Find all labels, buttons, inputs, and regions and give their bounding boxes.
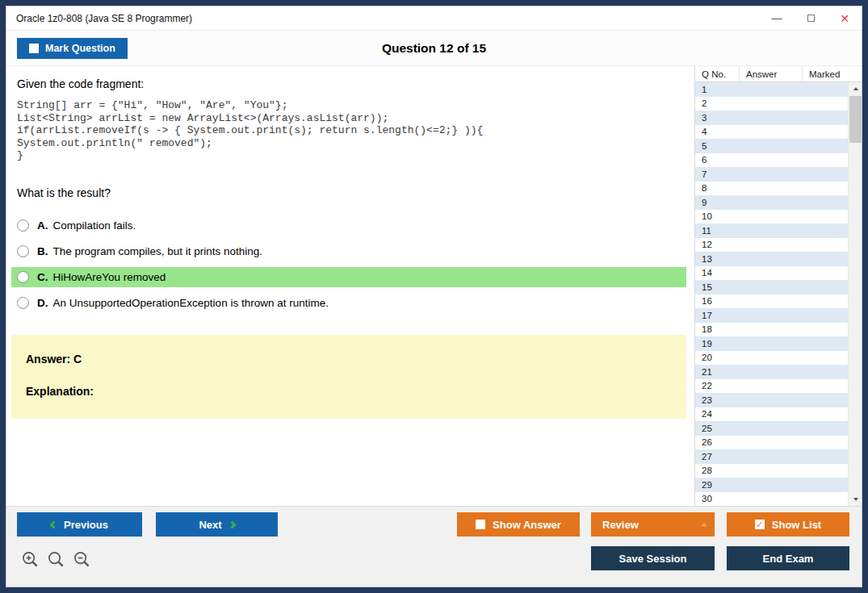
zoom-in-icon[interactable] <box>21 550 40 569</box>
mark-question-label: Mark Question <box>45 43 115 54</box>
question-list-row[interactable]: 13 <box>695 252 848 266</box>
titlebar: Oracle 1z0-808 (Java SE 8 Programmer) — … <box>6 6 862 31</box>
zoom-reset-icon[interactable] <box>47 550 65 569</box>
radio-icon[interactable] <box>17 271 29 283</box>
column-qno: Q No. <box>695 66 740 81</box>
checkbox-checked-icon: ✓ <box>755 520 765 529</box>
question-list-row[interactable]: 25 <box>695 421 848 436</box>
question-list-row[interactable]: 19 <box>695 336 848 351</box>
scrollbar[interactable] <box>848 82 862 506</box>
question-list-row[interactable]: 23 <box>695 393 848 407</box>
question-list-row[interactable]: 17 <box>695 308 848 323</box>
scroll-up-icon[interactable] <box>849 82 862 95</box>
question-text: What is the result? <box>17 186 686 199</box>
question-list-row[interactable]: 4 <box>695 125 848 140</box>
question-list-row[interactable]: 26 <box>695 436 848 450</box>
explanation-label: Explanation: <box>26 385 672 398</box>
toolbar: Question 12 of 15 Mark Question <box>6 31 862 66</box>
answer-option-b[interactable]: B.The program compiles, but it prints no… <box>11 241 686 261</box>
save-session-button[interactable]: Save Session <box>591 546 715 570</box>
radio-icon[interactable] <box>17 219 29 232</box>
question-list-row[interactable]: 29 <box>695 478 848 492</box>
question-counter: Question 12 of 15 <box>6 41 862 56</box>
question-list-row[interactable]: 11 <box>695 223 848 238</box>
question-list-viewport: 1234567891011121314151617181920212223242… <box>695 82 862 506</box>
question-list-row[interactable]: 6 <box>695 153 848 168</box>
question-list-row[interactable]: 20 <box>695 351 848 365</box>
question-list-row[interactable]: 27 <box>695 449 848 464</box>
answer-option-a[interactable]: A.Compilation fails. <box>11 215 686 236</box>
question-panel: Given the code fragment: String[] arr = … <box>6 66 694 506</box>
review-caret-icon <box>701 523 707 527</box>
question-list-rows: 1234567891011121314151617181920212223242… <box>695 82 848 506</box>
window-controls: — ✕ <box>760 6 862 30</box>
checkbox-icon <box>476 520 485 529</box>
end-exam-label: End Exam <box>763 553 814 565</box>
maximize-icon <box>807 15 815 22</box>
previous-label: Previous <box>64 519 108 531</box>
maximize-button[interactable] <box>794 6 828 30</box>
radio-icon[interactable] <box>17 297 29 309</box>
question-list-row[interactable]: 7 <box>695 167 848 182</box>
show-list-label: Show List <box>772 519 821 531</box>
close-button[interactable]: ✕ <box>828 6 862 30</box>
code-block: String[] arr = {"Hi", "How", "Are", "You… <box>17 99 686 162</box>
question-list-row[interactable]: 12 <box>695 238 848 253</box>
next-label: Next <box>199 519 221 531</box>
zoom-tools <box>21 550 91 569</box>
question-list-row[interactable]: 3 <box>695 111 848 125</box>
question-list-row[interactable]: 2 <box>695 97 848 111</box>
question-list-row[interactable]: 8 <box>695 182 848 196</box>
question-list-row[interactable]: 15 <box>695 280 848 294</box>
question-list-row[interactable]: 18 <box>695 323 848 337</box>
show-answer-label: Show Answer <box>493 519 561 531</box>
question-prompt: Given the code fragment: <box>17 77 686 90</box>
window-title: Oracle 1z0-808 (Java SE 8 Programmer) <box>16 13 192 24</box>
question-list-header: Q No. Answer Marked <box>695 66 862 82</box>
chevron-left-icon <box>50 520 58 528</box>
app-frame: Oracle 1z0-808 (Java SE 8 Programmer) — … <box>0 0 868 593</box>
previous-button[interactable]: Previous <box>17 512 142 537</box>
options-list: A.Compilation fails.B.The program compil… <box>11 215 686 313</box>
review-label: Review <box>602 519 639 531</box>
question-list-row[interactable]: 30 <box>695 492 848 507</box>
question-list-row[interactable]: 22 <box>695 379 848 394</box>
chevron-right-icon <box>228 520 236 528</box>
show-list-button[interactable]: ✓ Show List <box>727 512 849 537</box>
save-session-label: Save Session <box>619 553 687 565</box>
column-answer: Answer <box>740 66 803 81</box>
question-list-row[interactable]: 1 <box>695 82 848 97</box>
question-list-row[interactable]: 5 <box>695 139 848 153</box>
question-list-row[interactable]: 10 <box>695 210 848 224</box>
radio-icon[interactable] <box>17 245 29 257</box>
answer-label: Answer: C <box>26 353 672 365</box>
column-marked: Marked <box>803 66 862 81</box>
review-button[interactable]: Review <box>591 512 715 537</box>
question-list-row[interactable]: 24 <box>695 407 848 422</box>
content-area: Given the code fragment: String[] arr = … <box>6 66 862 506</box>
scroll-down-icon[interactable] <box>849 493 862 506</box>
minimize-button[interactable]: — <box>760 6 794 30</box>
answer-option-d[interactable]: D.An UnsupportedOperationException is th… <box>11 293 686 313</box>
question-list-row[interactable]: 9 <box>695 195 848 210</box>
app-window: Oracle 1z0-808 (Java SE 8 Programmer) — … <box>6 6 862 587</box>
show-answer-button[interactable]: Show Answer <box>457 512 580 537</box>
scrollbar-thumb[interactable] <box>849 96 862 143</box>
end-exam-button[interactable]: End Exam <box>727 546 849 570</box>
question-list-row[interactable]: 16 <box>695 294 848 309</box>
footer-bar: Previous Next Show Answer Review ✓ Show … <box>6 506 862 587</box>
next-button[interactable]: Next <box>156 512 278 537</box>
question-list-row[interactable]: 14 <box>695 266 848 281</box>
mark-question-button[interactable]: Mark Question <box>17 38 128 59</box>
zoom-out-icon[interactable] <box>73 550 91 569</box>
answer-option-c[interactable]: C.HiHowAreYou removed <box>11 267 686 287</box>
question-list-row[interactable]: 21 <box>695 365 848 379</box>
checkbox-icon <box>29 44 39 53</box>
answer-box: Answer: C Explanation: <box>11 335 686 419</box>
question-list-panel: Q No. Answer Marked 12345678910111213141… <box>694 66 862 506</box>
question-list-row[interactable]: 28 <box>695 464 848 478</box>
